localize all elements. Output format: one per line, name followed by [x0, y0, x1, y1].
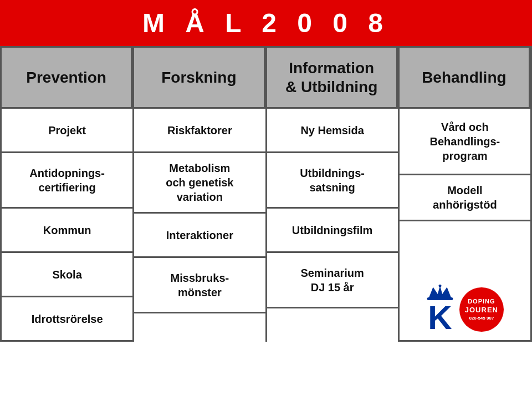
k-letter: K	[428, 301, 452, 335]
cell-metabolism: Metabolismoch genetiskvariation	[134, 153, 265, 214]
page-title: M Å L 2 0 0 8	[142, 8, 390, 38]
main-grid: Prevention Projekt Antidopnings-certifie…	[0, 46, 532, 342]
cell-text-kommun: Kommun	[43, 223, 91, 237]
cell-text-metabolism: Metabolismoch genetiskvariation	[166, 161, 233, 204]
cell-utbildningsfilm: Utbildningsfilm	[267, 209, 398, 253]
cell-text-idrottsrorelse: Idrottsrörelse	[32, 312, 103, 326]
col-header-prevention-label: Prevention	[26, 68, 106, 87]
cell-text-utbildningsfilm: Utbildningsfilm	[292, 223, 373, 237]
header-bar: M Å L 2 0 0 8	[0, 0, 532, 46]
col-prevention: Prevention Projekt Antidopnings-certifie…	[2, 48, 134, 342]
cell-text-modell: Modellanhörigstöd	[433, 183, 497, 212]
cell-modell: Modellanhörigstöd	[400, 175, 530, 221]
cell-riskfaktorer: Riskfaktorer	[134, 109, 265, 153]
cell-interaktioner: Interaktioner	[134, 214, 265, 258]
cell-skola: Skola	[2, 253, 132, 297]
cell-kommun: Kommun	[2, 209, 132, 253]
col-header-forskning: Forskning	[134, 48, 265, 109]
logo-area: K DOPING JOUREN 020-545 987	[400, 221, 530, 342]
cell-idrottsrorelse: Idrottsrörelse	[2, 297, 132, 342]
cell-utbildningssatsning: Utbildnings-satsning	[267, 153, 398, 209]
cell-seminarium: SeminariumDJ 15 år	[267, 253, 398, 308]
svg-marker-0	[428, 286, 452, 298]
col-header-forskning-label: Forskning	[161, 68, 236, 87]
cell-text-ny-hemsida: Ny Hemsida	[300, 123, 364, 138]
col-header-behandling: Behandling	[400, 48, 530, 109]
col-header-information: Information& Utbildning	[267, 48, 398, 109]
col-behandling: Behandling Vård ochBehandlings-program M…	[400, 48, 532, 342]
doping-jouren: JOUREN	[465, 306, 498, 315]
cell-text-projekt: Projekt	[48, 123, 86, 138]
doping-badge: DOPING JOUREN 020-545 987	[459, 287, 504, 332]
cell-text-skola: Skola	[52, 267, 81, 282]
svg-point-3	[438, 285, 441, 287]
doping-phone: 020-545 987	[469, 316, 494, 321]
k-crown-wrapper: K	[426, 285, 454, 335]
cell-vard: Vård ochBehandlings-program	[400, 109, 530, 175]
cell-text-vard: Vård ochBehandlings-program	[430, 120, 500, 163]
col-header-prevention: Prevention	[2, 48, 132, 109]
doping-line1: DOPING	[468, 297, 495, 305]
cell-ny-hemsida: Ny Hemsida	[267, 109, 398, 153]
col-header-information-label: Information& Utbildning	[285, 59, 377, 96]
cell-projekt: Projekt	[2, 109, 132, 153]
page-wrapper: M Å L 2 0 0 8 Prevention Projekt Antidop…	[0, 0, 532, 342]
col-header-behandling-label: Behandling	[422, 68, 506, 87]
col-information: Information& Utbildning Ny Hemsida Utbil…	[267, 48, 400, 342]
cell-text-missbruk: Missbruks-mönster	[171, 271, 229, 300]
cell-text-seminarium: SeminariumDJ 15 år	[300, 266, 364, 295]
cell-antidopning: Antidopnings-certifiering	[2, 153, 132, 209]
cell-text-interaktioner: Interaktioner	[166, 228, 233, 242]
k-logo-group: K DOPING JOUREN 020-545 987	[426, 285, 504, 335]
cell-text-antidopning: Antidopnings-certifiering	[29, 166, 105, 195]
col-forskning: Forskning Riskfaktorer Metabolismoch gen…	[134, 48, 267, 342]
cell-text-riskfaktorer: Riskfaktorer	[167, 123, 232, 138]
cell-missbruk: Missbruks-mönster	[134, 258, 265, 313]
cell-text-utbildningssatsning: Utbildnings-satsning	[300, 166, 365, 195]
